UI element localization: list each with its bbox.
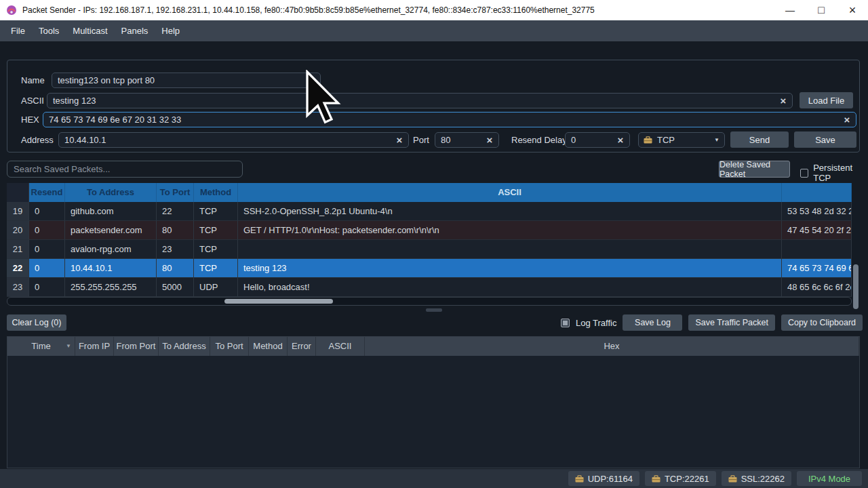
row-number[interactable]: 19 xyxy=(7,202,29,221)
cell-hex[interactable]: 47 45 54 20 2f 20 48 xyxy=(782,221,852,240)
log-header-from-port[interactable]: From Port xyxy=(114,337,159,356)
cell-to-port[interactable]: 22 xyxy=(157,202,194,221)
cell-hex[interactable]: 48 65 6c 6c 6f 2c 20 xyxy=(782,278,852,297)
port-clear-icon[interactable]: × xyxy=(484,132,495,148)
hex-input[interactable] xyxy=(43,112,856,127)
protocol-dropdown[interactable]: TCP ▼ xyxy=(638,132,725,148)
chevron-down-icon: ▼ xyxy=(714,137,719,143)
ipv4-mode-button[interactable]: IPv4 Mode xyxy=(797,471,862,486)
table-row-selected[interactable]: 22 0 10.44.10.1 80 TCP testing 123 74 65… xyxy=(7,259,852,278)
table-row[interactable]: 23 0 255.255.255.255 5000 UDP Hello, bro… xyxy=(7,278,852,297)
cell-resend[interactable]: 0 xyxy=(29,278,65,297)
cell-to-address[interactable]: avalon-rpg.com xyxy=(65,240,157,259)
clear-log-button[interactable]: Clear Log (0) xyxy=(7,314,66,331)
table-row[interactable]: 21 0 avalon-rpg.com 23 TCP xyxy=(7,240,852,259)
search-saved-packets-input[interactable] xyxy=(7,161,243,178)
hex-clear-icon[interactable]: × xyxy=(842,112,852,127)
send-button[interactable]: Send xyxy=(730,131,789,148)
vertical-scrollbar[interactable] xyxy=(852,202,860,305)
save-log-button[interactable]: Save Log xyxy=(623,314,682,331)
address-clear-icon[interactable]: × xyxy=(394,132,405,148)
address-input[interactable] xyxy=(58,132,409,148)
cell-to-port[interactable]: 80 xyxy=(157,259,194,278)
header-ascii[interactable]: ASCII xyxy=(238,183,782,202)
cell-hex[interactable]: 53 53 48 2d 32 2e 30 xyxy=(782,202,852,221)
packet-sender-window: Packet Sender - IPs: 192.168.187.1, 192.… xyxy=(0,0,868,488)
load-file-button[interactable]: Load File xyxy=(800,92,853,108)
cell-method[interactable]: TCP xyxy=(194,240,238,259)
cell-to-address[interactable]: 10.44.10.1 xyxy=(65,259,157,278)
row-number[interactable]: 21 xyxy=(7,240,29,259)
ascii-input[interactable] xyxy=(47,93,793,108)
cell-method[interactable]: TCP xyxy=(194,221,238,240)
maximize-icon[interactable]: □ xyxy=(806,0,837,20)
log-header-to-port[interactable]: To Port xyxy=(210,337,249,356)
cell-resend[interactable]: 0 xyxy=(29,259,65,278)
cell-ascii[interactable]: SSH-2.0-OpenSSH_8.2p1 Ubuntu-4\n xyxy=(238,202,782,221)
cell-method[interactable]: UDP xyxy=(194,278,238,297)
header-to-address[interactable]: To Address xyxy=(65,183,157,202)
cell-to-address[interactable]: packetsender.com xyxy=(65,221,157,240)
name-input[interactable] xyxy=(52,73,321,88)
close-icon[interactable]: × xyxy=(837,0,868,20)
cell-to-port[interactable]: 5000 xyxy=(157,278,194,297)
cell-ascii[interactable] xyxy=(238,240,782,259)
menu-help[interactable]: Help xyxy=(155,20,186,41)
cell-to-port[interactable]: 23 xyxy=(157,240,194,259)
resend-clear-icon[interactable]: × xyxy=(615,132,626,148)
status-bar: UDP:61164 TCP:22261 SSL:22262 IPv4 Mode xyxy=(0,469,868,488)
cell-method[interactable]: TCP xyxy=(194,259,238,278)
ssl-port-button[interactable]: SSL:22262 xyxy=(722,471,791,486)
horizontal-scrollbar[interactable] xyxy=(7,297,852,306)
log-header-to-address[interactable]: To Address xyxy=(159,337,210,356)
save-traffic-packet-button[interactable]: Save Traffic Packet xyxy=(688,314,774,331)
menu-file[interactable]: File xyxy=(4,20,32,41)
minimize-icon[interactable]: — xyxy=(774,0,806,20)
ascii-clear-icon[interactable]: × xyxy=(778,93,789,108)
tcp-port-button[interactable]: TCP:22261 xyxy=(645,471,716,486)
delete-saved-packet-button[interactable]: Delete Saved Packet xyxy=(719,161,790,178)
traffic-log-table: Time ▼ From IP From Port To Address To P… xyxy=(7,336,860,468)
log-traffic-checkbox[interactable] xyxy=(561,319,570,327)
log-header-method[interactable]: Method xyxy=(249,337,288,356)
log-header-hex[interactable]: Hex xyxy=(365,337,859,356)
title-bar[interactable]: Packet Sender - IPs: 192.168.187.1, 192.… xyxy=(0,0,868,20)
cell-ascii[interactable]: testing 123 xyxy=(238,259,782,278)
sort-desc-icon: ▼ xyxy=(66,337,71,356)
log-header-ascii[interactable]: ASCII xyxy=(316,337,365,356)
save-button[interactable]: Save xyxy=(794,131,856,148)
cell-hex[interactable]: 74 65 73 74 69 6e 67 xyxy=(782,259,852,278)
udp-port-button[interactable]: UDP:61164 xyxy=(568,471,639,486)
table-row[interactable]: 19 0 github.com 22 TCP SSH-2.0-OpenSSH_8… xyxy=(7,202,852,221)
cell-to-address[interactable]: github.com xyxy=(65,202,157,221)
log-header-error[interactable]: Error xyxy=(288,337,316,356)
cell-to-port[interactable]: 80 xyxy=(157,221,194,240)
header-hex[interactable] xyxy=(782,183,852,202)
cell-ascii[interactable]: Hello, broadcast! xyxy=(238,278,782,297)
cell-resend[interactable]: 0 xyxy=(29,240,65,259)
cell-hex[interactable] xyxy=(782,240,852,259)
persistent-tcp-checkbox[interactable] xyxy=(800,169,808,178)
log-header-from-ip[interactable]: From IP xyxy=(75,337,114,356)
cell-method[interactable]: TCP xyxy=(194,202,238,221)
splitter-handle[interactable] xyxy=(426,308,442,312)
menu-multicast[interactable]: Multicast xyxy=(66,20,114,41)
scrollbar-thumb[interactable] xyxy=(224,299,333,304)
menu-tools[interactable]: Tools xyxy=(32,20,66,41)
log-header-time[interactable]: Time ▼ xyxy=(7,337,75,356)
header-to-port[interactable]: To Port xyxy=(157,183,194,202)
menu-panels[interactable]: Panels xyxy=(115,20,155,41)
header-method[interactable]: Method xyxy=(194,183,238,202)
cell-to-address[interactable]: 255.255.255.255 xyxy=(65,278,157,297)
row-number[interactable]: 23 xyxy=(7,278,29,297)
saved-packets-table: Resend To Address To Port Method ASCII 1… xyxy=(7,183,860,305)
row-number[interactable]: 20 xyxy=(7,221,29,240)
row-number[interactable]: 22 xyxy=(7,259,29,278)
table-row[interactable]: 20 0 packetsender.com 80 TCP GET / HTTP/… xyxy=(7,221,852,240)
scrollbar-thumb[interactable] xyxy=(853,264,859,309)
cell-resend[interactable]: 0 xyxy=(29,221,65,240)
cell-resend[interactable]: 0 xyxy=(29,202,65,221)
cell-ascii[interactable]: GET / HTTP/1.0\r\nHost: packetsender.com… xyxy=(238,221,782,240)
copy-to-clipboard-button[interactable]: Copy to Clipboard xyxy=(781,314,863,331)
header-resend[interactable]: Resend xyxy=(29,183,65,202)
